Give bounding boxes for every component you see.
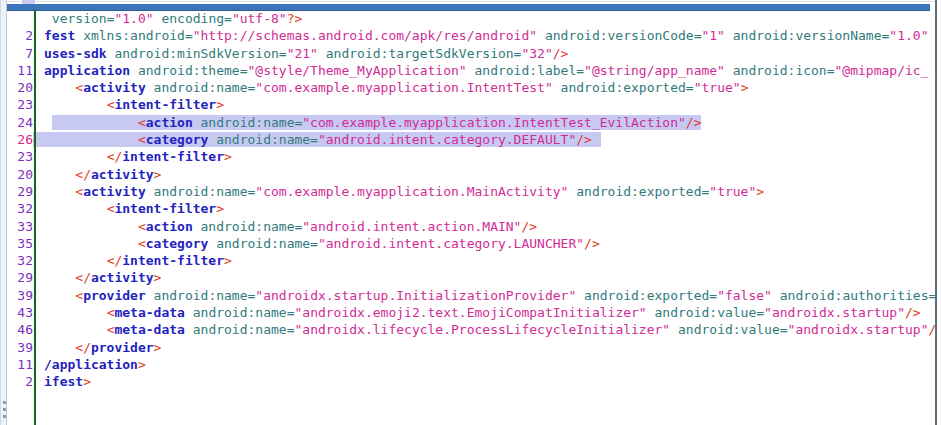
- code-token: activity: [91, 270, 154, 285]
- code-line[interactable]: 43 <meta-data android:name="androidx.emo…: [8, 304, 935, 321]
- code-token: [44, 167, 75, 182]
- code-token: [44, 322, 107, 337]
- code-token: />: [584, 236, 600, 251]
- code-line[interactable]: 2fest xmlns:android="http://schemas.andr…: [8, 27, 935, 44]
- code-token: [647, 305, 655, 320]
- code-text: fest xmlns:android="http://schemas.andro…: [33, 27, 928, 44]
- code-token: activity: [91, 167, 154, 182]
- code-token: "com.example.myapplication.MainActivity": [255, 184, 568, 199]
- code-token: "android.intent.category.DEFAULT": [318, 132, 576, 147]
- code-line[interactable]: 2ifest>: [8, 373, 935, 390]
- code-line[interactable]: version="1.0" encoding="utf-8"?>: [8, 10, 935, 27]
- code-line[interactable]: 11/application>: [8, 356, 935, 373]
- code-token: android:name=: [216, 236, 318, 251]
- code-token: >: [154, 340, 162, 355]
- code-token: <: [138, 236, 146, 251]
- code-token: [44, 97, 107, 112]
- code-token: </: [107, 149, 123, 164]
- code-token: category: [146, 236, 209, 251]
- code-token: intent-filter: [114, 201, 216, 216]
- line-number: 24: [8, 114, 33, 131]
- code-token: android:targetSdkVersion=: [326, 46, 522, 61]
- code-token: "androidx.startup.InitializationProvider…: [255, 288, 576, 303]
- code-line[interactable]: 39 </provider>: [8, 339, 935, 356]
- code-token: >: [216, 97, 224, 112]
- code-token: xmlns:android=: [83, 28, 193, 43]
- code-text: <intent-filter>: [33, 96, 224, 113]
- code-token: action: [146, 115, 193, 130]
- code-line[interactable]: 29 </activity>: [8, 269, 935, 286]
- code-text: <action android:name="android.intent.act…: [33, 218, 537, 235]
- code-text: <provider android:name="androidx.startup…: [33, 287, 935, 304]
- code-line[interactable]: 32 </intent-filter>: [8, 252, 935, 269]
- code-line[interactable]: 35 <category android:name="android.inten…: [8, 235, 935, 252]
- grip-dot: [3, 401, 6, 404]
- code-token: ?>: [287, 11, 303, 26]
- code-token: <: [138, 132, 146, 147]
- code-token: android:versionCode=: [545, 28, 702, 43]
- code-line[interactable]: 33 <action android:name="android.intent.…: [8, 218, 935, 235]
- code-text: uses-sdk android:minSdkVersion="21" andr…: [33, 45, 568, 62]
- code-line[interactable]: 32 <intent-filter>: [8, 200, 935, 217]
- code-token: /application: [44, 357, 138, 372]
- code-line[interactable]: 20 </activity>: [8, 166, 935, 183]
- code-line[interactable]: 20 <activity android:name="com.example.m…: [8, 79, 935, 96]
- code-token: android:authorities=: [780, 288, 935, 303]
- code-token: [670, 322, 678, 337]
- code-text: <action android:name="com.example.myappl…: [33, 114, 701, 131]
- code-token: <: [138, 219, 146, 234]
- code-token: </: [75, 270, 91, 285]
- code-token: android:exported=: [576, 184, 709, 199]
- code-token: [44, 132, 138, 147]
- code-token: [44, 340, 75, 355]
- code-token: activity: [83, 80, 146, 95]
- code-text: <activity android:name="com.example.myap…: [33, 183, 764, 200]
- code-line[interactable]: 26 <category android:name="android.inten…: [8, 131, 935, 148]
- code-token: [44, 253, 107, 268]
- line-number: 11: [8, 356, 33, 373]
- code-token: [44, 149, 107, 164]
- code-token: "true": [694, 80, 741, 95]
- code-token: "@mipmap/ic_: [835, 63, 929, 78]
- code-token: [44, 201, 107, 216]
- code-line[interactable]: 11application android:theme="@style/Them…: [8, 62, 935, 79]
- code-line[interactable]: 29 <activity android:name="com.example.m…: [8, 183, 935, 200]
- code-token: <: [75, 184, 83, 199]
- code-token: "utf-8": [232, 11, 287, 26]
- line-number: 11: [8, 62, 33, 79]
- code-token: />: [521, 219, 537, 234]
- code-token: [44, 270, 75, 285]
- code-text: application android:theme="@style/Theme_…: [33, 62, 928, 79]
- code-token: [553, 80, 561, 95]
- code-token: android:name=: [201, 115, 303, 130]
- code-token: android:name=: [154, 80, 256, 95]
- code-token: intent-filter: [122, 149, 224, 164]
- code-token: meta-data: [114, 305, 184, 320]
- code-token: meta-data: [114, 322, 184, 337]
- code-line[interactable]: 7uses-sdk android:minSdkVersion="21" and…: [8, 45, 935, 62]
- code-token: intent-filter: [114, 97, 216, 112]
- line-number: [8, 10, 33, 27]
- code-token: [185, 305, 193, 320]
- code-token: >: [224, 149, 232, 164]
- code-line[interactable]: 39 <provider android:name="androidx.star…: [8, 287, 935, 304]
- code-line[interactable]: 46 <meta-data android:name="androidx.lif…: [8, 321, 935, 338]
- code-token: <: [75, 288, 83, 303]
- code-token: [44, 305, 107, 320]
- code-token: android:exported=: [584, 288, 717, 303]
- code-token: android:name=: [216, 132, 318, 147]
- code-token: "androidx.startup": [764, 305, 905, 320]
- code-line[interactable]: 23 <intent-filter>: [8, 96, 935, 113]
- code-token: [185, 322, 193, 337]
- code-token: [146, 184, 154, 199]
- code-text: <category android:name="android.intent.c…: [33, 235, 600, 252]
- grip-dot: [3, 415, 6, 418]
- code-token: >: [224, 253, 232, 268]
- code-line[interactable]: 24 <action android:name="com.example.mya…: [8, 114, 935, 131]
- selection-highlight: <category android:name="android.intent.c…: [33, 132, 601, 147]
- code-text: <activity android:name="com.example.myap…: [33, 79, 748, 96]
- code-line[interactable]: 23 </intent-filter>: [8, 148, 935, 165]
- left-splitter-handle[interactable]: [0, 0, 7, 425]
- line-number: 23: [8, 148, 33, 165]
- xml-code-editor[interactable]: version="1.0" encoding="utf-8"?>2fest xm…: [8, 10, 935, 425]
